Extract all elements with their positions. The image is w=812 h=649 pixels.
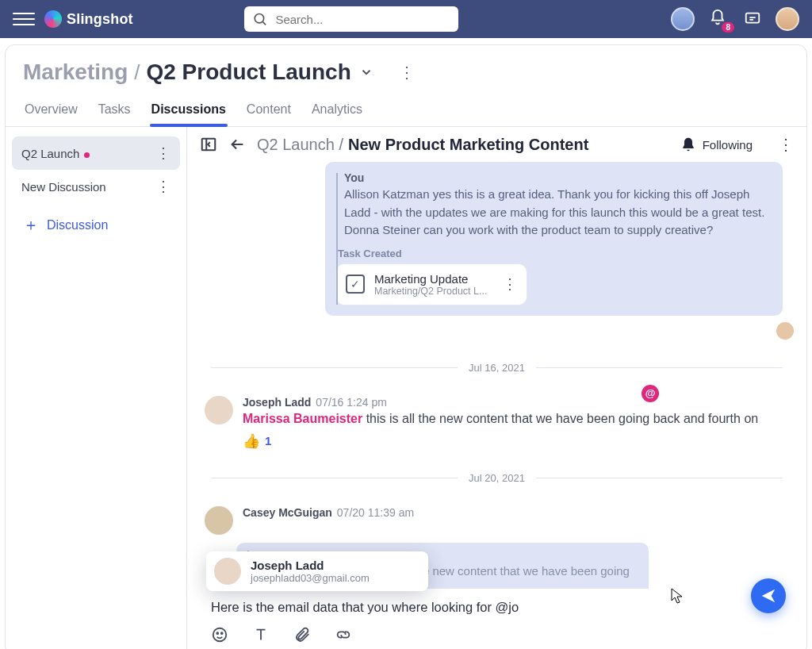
send-icon bbox=[760, 587, 777, 605]
attachment-icon[interactable] bbox=[293, 626, 311, 643]
project-more-menu[interactable]: ⋮ bbox=[399, 63, 416, 82]
quote-author: You bbox=[344, 171, 772, 184]
search-field[interactable] bbox=[244, 6, 458, 32]
link-icon[interactable] bbox=[335, 626, 352, 643]
collapse-panel-icon[interactable] bbox=[200, 136, 217, 153]
message-timestamp: 07/16 1:24 pm bbox=[316, 396, 387, 409]
reactions[interactable]: 👍1 bbox=[243, 432, 789, 450]
breadcrumb-sep: / bbox=[134, 60, 140, 85]
svg-point-0 bbox=[255, 13, 263, 22]
thread-root[interactable]: Q2 Launch / bbox=[257, 136, 343, 154]
sidebar-item-label: Q2 Launch bbox=[21, 147, 79, 160]
message-casey: Casey McGuigan07/20 11:39 am bbox=[198, 506, 795, 535]
mention-name: Joseph Ladd bbox=[251, 559, 370, 572]
task-subtitle: Marketing/Q2 Product L... bbox=[374, 286, 487, 297]
emoji-icon[interactable] bbox=[211, 626, 228, 643]
svg-point-8 bbox=[221, 632, 223, 634]
add-discussion-label: Discussion bbox=[47, 218, 108, 232]
date-divider: Jul 16, 2021 bbox=[211, 362, 783, 374]
bell-filled-icon bbox=[680, 136, 696, 152]
svg-point-7 bbox=[216, 632, 218, 634]
task-menu[interactable]: ⋮ bbox=[503, 275, 517, 293]
mention-suggestion[interactable]: Joseph Ladd josephladd03@gmail.com bbox=[206, 551, 428, 591]
thread-content: Q2 Launch / New Product Marketing Conten… bbox=[186, 127, 806, 649]
sidebar-item-q2-launch[interactable]: Q2 Launch ⋮ bbox=[12, 136, 180, 170]
svg-line-1 bbox=[262, 22, 266, 25]
tab-content[interactable]: Content bbox=[247, 99, 291, 126]
follow-button[interactable]: Following bbox=[680, 136, 753, 152]
task-title: Marketing Update bbox=[374, 272, 487, 286]
avatar[interactable] bbox=[205, 506, 233, 535]
mention-email: josephladd03@gmail.com bbox=[251, 572, 370, 584]
thumbs-up-icon: 👍 bbox=[243, 432, 260, 450]
thread-title: New Product Marketing Content bbox=[348, 136, 588, 154]
message-composer: Joseph Ladd josephladd03@gmail.com Here … bbox=[187, 589, 806, 649]
chevron-down-icon[interactable] bbox=[359, 65, 373, 79]
search-icon bbox=[252, 10, 268, 28]
tab-tasks[interactable]: Tasks bbox=[98, 99, 131, 126]
date-divider: Jul 20, 2021 bbox=[211, 472, 783, 484]
tab-analytics[interactable]: Analytics bbox=[312, 99, 362, 126]
brand[interactable]: Slingshot bbox=[44, 10, 133, 28]
discussion-sidebar: Q2 Launch ⋮ New Discussion ⋮ ＋ Discussio… bbox=[6, 127, 186, 649]
message-text: Marissa Baumeister this is all the new c… bbox=[243, 412, 789, 426]
notifications-button[interactable]: 8 bbox=[709, 9, 730, 29]
topbar: Slingshot 8 bbox=[0, 0, 812, 38]
task-created-label: Task Created bbox=[338, 248, 772, 259]
tab-discussions[interactable]: Discussions bbox=[151, 99, 226, 126]
chat-icon[interactable] bbox=[744, 10, 761, 28]
sidebar-item-menu[interactable]: ⋮ bbox=[156, 144, 170, 162]
notification-badge: 8 bbox=[722, 22, 734, 33]
message-timestamp: 07/20 11:39 am bbox=[337, 506, 414, 519]
mention-avatar bbox=[214, 558, 241, 585]
breadcrumb: Marketing / Q2 Product Launch ⋮ bbox=[6, 45, 806, 90]
reaction-count: 1 bbox=[265, 434, 271, 447]
secondary-avatar[interactable] bbox=[671, 7, 695, 31]
mention-flag-icon: @ bbox=[642, 385, 659, 402]
plus-icon: ＋ bbox=[23, 214, 39, 236]
hamburger-menu[interactable] bbox=[13, 8, 35, 30]
svg-point-6 bbox=[213, 628, 227, 642]
text-format-icon[interactable] bbox=[252, 626, 270, 643]
mention[interactable]: Marissa Baumeister bbox=[243, 412, 362, 425]
search-input[interactable] bbox=[274, 12, 450, 27]
back-arrow-icon[interactable] bbox=[228, 136, 246, 153]
task-checkbox-icon: ✓ bbox=[346, 275, 365, 294]
breadcrumb-leaf[interactable]: Q2 Product Launch bbox=[146, 60, 350, 85]
quote-body: Allison Katzman yes this is a great idea… bbox=[344, 186, 772, 240]
brand-name: Slingshot bbox=[67, 11, 133, 28]
message-author[interactable]: Casey McGuigan bbox=[243, 506, 332, 519]
message-author-avatar[interactable] bbox=[776, 322, 794, 340]
follow-label: Following bbox=[703, 138, 753, 152]
sidebar-item-label: New Discussion bbox=[21, 180, 106, 194]
send-button[interactable] bbox=[751, 578, 786, 613]
sidebar-item-new-discussion[interactable]: New Discussion ⋮ bbox=[12, 170, 180, 203]
message-author[interactable]: Joseph Ladd bbox=[243, 396, 311, 409]
tabs: Overview Tasks Discussions Content Analy… bbox=[6, 90, 806, 127]
add-discussion-button[interactable]: ＋ Discussion bbox=[12, 203, 180, 247]
thread-header: Q2 Launch / New Product Marketing Conten… bbox=[187, 127, 806, 162]
thread-more-menu[interactable]: ⋮ bbox=[778, 135, 794, 154]
quoted-message: You Allison Katzman yes this is a great … bbox=[325, 162, 783, 316]
task-card-marketing-update[interactable]: ✓ Marketing Update Marketing/Q2 Product … bbox=[336, 264, 527, 305]
brand-logo-icon bbox=[44, 10, 62, 28]
compose-input[interactable]: Here is the email data that you where lo… bbox=[211, 597, 792, 626]
message-joseph: Joseph Ladd07/16 1:24 pm Marissa Baumeis… bbox=[198, 396, 795, 450]
user-avatar[interactable] bbox=[776, 7, 799, 31]
unread-dot-icon bbox=[84, 152, 90, 158]
breadcrumb-root[interactable]: Marketing bbox=[23, 60, 128, 85]
tab-overview[interactable]: Overview bbox=[25, 99, 78, 126]
avatar[interactable] bbox=[205, 396, 233, 424]
sidebar-item-menu[interactable]: ⋮ bbox=[156, 178, 170, 195]
messages-scroll[interactable]: You Allison Katzman yes this is a great … bbox=[187, 162, 806, 589]
